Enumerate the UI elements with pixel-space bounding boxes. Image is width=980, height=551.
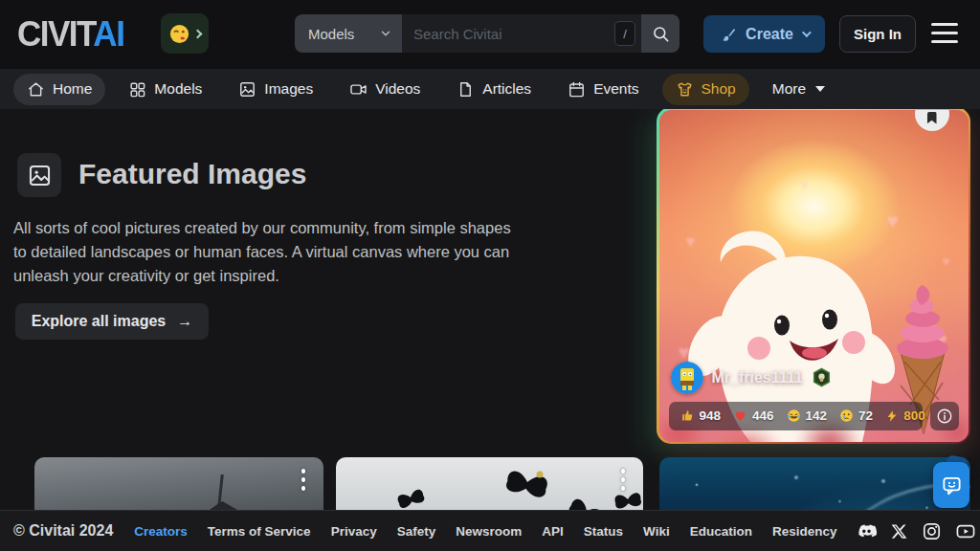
x-twitter-icon[interactable] [890,522,908,540]
social-icons [857,521,980,541]
reaction-count: 142 [806,408,828,423]
nav-label: Events [593,80,638,98]
reaction-count: 948 [700,408,722,423]
document-icon [457,80,475,99]
featured-image-card[interactable]: ♥ ♥ ♥ ♥ ♥ ♥ ♥ ♥ [657,107,970,444]
create-button[interactable]: Create [703,15,825,53]
search-icon [652,25,670,43]
reaction-thumbs-up[interactable]: 948 [680,408,722,423]
discord-icon[interactable] [857,521,877,541]
image-creator-row[interactable]: Mr_fries1111 [671,362,832,394]
nav-item-shop[interactable]: Shop [662,74,749,105]
search-category-value: Models [308,26,354,42]
calendar-icon [568,80,586,99]
paintbrush-icon [720,26,737,43]
explore-all-images-button[interactable]: Explore all images → [15,303,209,340]
nav-item-events[interactable]: Events [554,74,652,105]
logo-text-ai: AI [93,13,123,53]
nav-label: Models [154,80,202,98]
main-navigation: Home Models Images Videos [0,69,980,109]
chevron-down-icon [802,28,812,37]
reaction-count: 72 [858,408,873,423]
reaction-laugh[interactable]: 142 [787,408,828,423]
reaction-count: 800 [903,408,925,423]
youtube-icon[interactable] [955,521,976,541]
nav-item-home[interactable]: Home [13,74,105,105]
search-input-container: / [402,14,641,53]
grid-squares-icon [128,80,146,99]
ribbon-icon [927,112,937,124]
civitai-homepage: CIVITAI Models / [0,0,980,551]
save-ribbon-button[interactable] [915,110,949,131]
copyright-text: © Civitai 2024 [13,522,113,540]
reaction-energy[interactable]: 800 [885,408,925,423]
chevron-down-icon [379,27,392,40]
logo-text-civit: CIVIT [17,13,93,53]
reaction-bar: 948 446 142 [669,402,923,430]
sign-in-button[interactable]: Sign In [839,15,916,53]
search-category-select[interactable]: Models [295,14,402,53]
t-shirt-icon [676,80,694,99]
lightning-bolt-icon [885,409,899,423]
nav-item-images[interactable]: Images [225,74,326,105]
avatar [671,362,703,394]
search-button[interactable] [641,14,679,53]
nav-item-articles[interactable]: Articles [443,74,545,105]
crying-emoji-icon [839,408,854,423]
red-heart-emoji-icon [733,408,747,423]
instagram-icon[interactable] [922,521,942,541]
reaction-heart[interactable]: 446 [733,408,774,423]
footer-link-creators[interactable]: Creators [134,524,188,539]
footer-link-privacy[interactable]: Privacy [331,524,377,539]
nav-item-more[interactable]: More [759,74,838,104]
slash-shortcut-key: / [614,21,635,46]
more-options-icon[interactable] [616,469,630,495]
footer-link-safety[interactable]: Safety [397,524,436,539]
footer-link-residency[interactable]: Residency [772,524,837,539]
home-icon [27,80,45,99]
arrow-right-icon: → [177,313,192,330]
photo-icon [27,163,53,188]
chevron-right-icon [193,29,203,38]
footer-link-api[interactable]: API [542,524,564,539]
nav-label: Videos [375,80,420,98]
nav-item-models[interactable]: Models [115,74,215,105]
nav-label: Home [53,80,92,98]
chat-button[interactable] [933,462,969,508]
more-options-icon[interactable] [297,469,310,495]
nav-label: Articles [482,80,531,98]
info-button[interactable] [930,402,959,430]
footer-link-newsroom[interactable]: Newsroom [456,524,522,539]
chevron-down-icon [815,86,825,92]
thumbs-up-emoji-icon [680,408,695,423]
info-icon [936,408,953,425]
featured-image-ghost-ice-cream: ♥ ♥ ♥ ♥ ♥ ♥ ♥ ♥ [659,110,969,442]
top-bar: CIVITAI Models / [0,0,980,69]
page-title: Featured Images [78,158,306,190]
create-button-label: Create [746,26,793,43]
kissing-face-emoji-icon [168,23,190,45]
search-bar: Models / [295,14,679,53]
nav-label: Shop [702,80,736,98]
username: Mr_fries1111 [712,369,803,386]
footer-link-wiki[interactable]: Wiki [643,524,670,539]
sign-in-label: Sign In [854,26,902,42]
footer-link-education[interactable]: Education [690,524,752,539]
reaction-count: 446 [752,408,774,423]
photo-icon [238,80,256,99]
nav-label: More [772,80,806,98]
page-description: All sorts of cool pictures created by ou… [13,216,521,287]
civitai-logo[interactable]: CIVITAI [17,13,123,54]
explore-label: Explore all images [32,313,167,330]
rank-badge-icon [812,367,832,387]
search-input[interactable] [402,14,641,53]
footer-link-terms[interactable]: Terms of Service [208,524,311,539]
reaction-cry[interactable]: 72 [839,408,873,423]
promo-emoji-badge[interactable] [161,13,209,54]
footer-link-status[interactable]: Status [584,524,623,539]
chat-bubble-smiley-icon [941,474,963,496]
nav-item-videos[interactable]: Videos [336,74,434,105]
video-camera-icon [349,80,368,99]
hamburger-menu-icon[interactable] [931,23,960,44]
nav-label: Images [264,80,313,98]
